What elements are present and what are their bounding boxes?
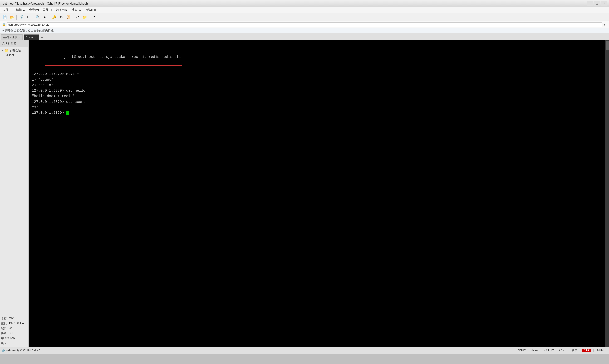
cap-badge: CAP [582,349,591,352]
info-row-desc: 说明 [1,341,27,346]
terminal-tab-label: 1 root [26,36,34,39]
info-value-name: root [9,316,13,321]
sidebar-title: 会话管理器 [2,42,16,45]
tb-separator-5 [89,15,90,20]
tb-sftp[interactable]: 📁 [81,14,88,20]
tab-add-button[interactable]: + [40,35,44,40]
status-size-text: 121x32 [544,349,554,352]
tb-disconnect[interactable]: ✂ [25,14,32,20]
tree-expand-icon: ▼ [1,49,4,52]
info-label-host: 主机 [1,321,8,325]
tab-terminal-1[interactable]: 1 root ✕ [24,35,39,40]
tb-settings[interactable]: ⚙ [58,14,65,20]
address-input[interactable] [7,22,602,27]
status-protocol: SSH2 [516,349,528,352]
info-value-host: 192.168.1.4 [9,321,24,325]
main-area: 会话管理器 ▼ 📁 所有会话 🖥 root 名称 root 主机 192.168… [0,40,609,347]
status-bar: 🔗 ssh://root@192.168.1.4:22 SSH2 xterm □… [0,347,609,353]
sidebar-item-label: root [9,53,14,57]
sidebar-section: ▼ 📁 所有会话 🖥 root [0,47,28,58]
tb-separator-2 [33,15,33,20]
terminal-line-6: 127.0.0.1:6379> get count [32,99,602,105]
terminal-line-2: 1) "count" [32,77,602,83]
tb-new-session[interactable]: 📄 [1,14,8,20]
info-label-desc: 说明 [1,341,8,345]
status-connection-text: ssh://root@192.168.1.4:22 [6,349,40,352]
tb-separator-1 [16,15,17,20]
lock-icon: 🔒 [2,23,6,26]
scrollbar[interactable] [605,40,609,347]
status-right: SSH2 xterm □ 121x32 9,17 1 会话 CAP NUM [516,348,607,352]
tb-transfer[interactable]: ⇄ [74,14,81,20]
minimize-button[interactable]: ─ [587,1,593,6]
connection-icon: 🔗 [2,349,5,352]
menu-tabs[interactable]: 选项卡(B) [54,7,70,12]
menu-file[interactable]: 文件(F) [1,7,14,12]
terminal-line-5: "hello docker redis" [32,93,602,99]
command-highlighted: [root@localhost redis]# docker exec -it … [45,48,182,66]
menu-bar: 文件(F) 编辑(E) 查看(V) 工具(T) 选项卡(B) 窗口(W) 帮助(… [0,7,609,13]
tb-connect[interactable]: 🔗 [18,14,25,20]
menu-help[interactable]: 帮助(H) [84,7,98,12]
info-value-username: root [11,336,15,340]
terminal-line-7: "3" [32,105,602,110]
tb-separator-4 [73,15,73,20]
folder-icon: 📁 [5,49,9,52]
tb-separator-3 [49,15,50,20]
address-arrow[interactable]: ▼ [603,23,607,26]
sidebar-group-all-sessions[interactable]: ▼ 📁 所有会话 [1,48,27,53]
status-position: 9,17 [556,349,567,352]
scroll-thumb[interactable] [606,41,609,51]
menu-window[interactable]: 窗口(W) [70,7,84,12]
window-controls: ─ □ ✕ [587,1,607,6]
info-value-protocol: SSH [9,331,14,336]
tab-session-manager[interactable]: 会话管理器 ✕ [1,35,23,40]
info-row-host: 主机 192.168.1.4 [1,321,27,326]
hint-text: ✦ 要添加当前会话，点击左侧的箭头按钮。 [2,28,56,33]
status-term: xterm [528,349,540,352]
terminal-line-4: 127.0.0.1:6379> get hello [32,88,602,93]
info-row-port: 端口 22 [1,326,27,331]
info-row-protocol: 协议 SSH [1,331,27,336]
tb-script[interactable]: 📜 [65,14,72,20]
tab-bar: 会话管理器 ✕ 1 root ✕ + [0,33,609,40]
tb-font[interactable]: A [41,14,48,20]
info-label-protocol: 协议 [1,331,8,336]
server-icon: 🖥 [5,53,8,57]
tb-open[interactable]: 📂 [9,14,15,20]
sidebar-header: 会话管理器 [0,40,28,47]
hint-bar: ✦ 要添加当前会话，点击左侧的箭头按钮。 [0,28,609,33]
status-num: NUM [593,349,607,352]
info-label-name: 名称 [1,316,8,321]
tb-key[interactable]: 🔑 [51,14,57,20]
status-cap: CAP [580,349,593,352]
session-info-panel: 名称 root 主机 192.168.1.4 端口 22 协议 SSH 用户名 … [0,315,28,347]
cursor [66,111,68,115]
terminal-line-1: 127.0.0.1:6379> KEYS * [32,71,602,77]
session-manager-close-icon[interactable]: ✕ [18,36,20,39]
sidebar-item-root[interactable]: 🖥 root [1,53,27,57]
sidebar: 会话管理器 ▼ 📁 所有会话 🖥 root 名称 root 主机 192.168… [0,40,28,347]
tb-search[interactable]: 🔍 [34,14,41,20]
toolbar: 📄 📂 🔗 ✂ 🔍 A 🔑 ⚙ 📜 ⇄ 📁 ? [0,13,609,21]
status-sessions: 1 会话 [567,348,580,352]
terminal-line-8: 127.0.0.1:6379> [32,110,602,116]
status-size: □ 121x32 [540,349,556,352]
tb-help[interactable]: ? [91,14,97,20]
terminal-line-3: 2) "hello" [32,83,602,88]
menu-tools[interactable]: 工具(T) [41,7,54,12]
sidebar-group-label: 所有会话 [10,49,21,52]
terminal[interactable]: [root@localhost redis]# docker exec -it … [28,40,605,347]
maximize-button[interactable]: □ [594,1,600,6]
address-bar: 🔒 ▼ [0,21,609,28]
terminal-tab-close-icon[interactable]: ✕ [35,36,37,39]
info-row-username: 用户名 root [1,336,27,341]
window-title: root - root@localhost:~/prod/redis - Xsh… [2,2,587,5]
title-bar: root - root@localhost:~/prod/redis - Xsh… [0,0,609,7]
menu-view[interactable]: 查看(V) [27,7,41,12]
num-badge: NUM [596,349,605,352]
info-label-port: 端口 [1,326,8,330]
info-value-port: 22 [9,326,12,330]
close-button[interactable]: ✕ [601,1,607,6]
menu-edit[interactable]: 编辑(E) [14,7,27,12]
